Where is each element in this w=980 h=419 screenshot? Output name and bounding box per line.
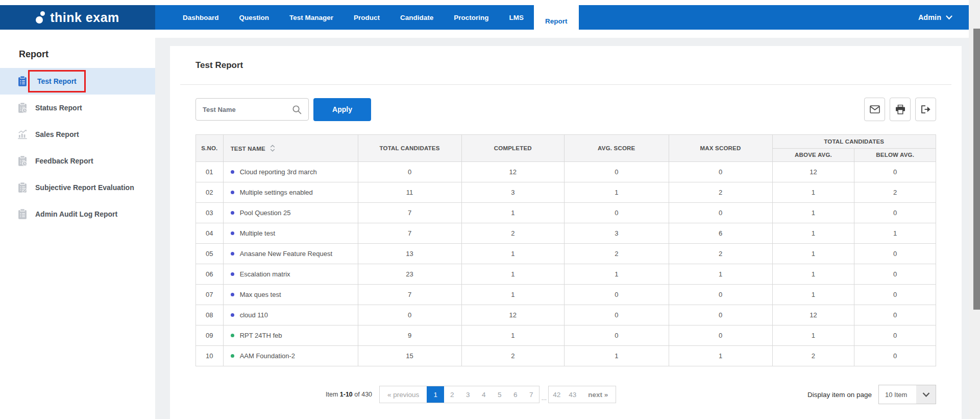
- cell-name[interactable]: RPT 24TH feb: [223, 325, 358, 346]
- clipboard-clock-icon: [17, 155, 28, 167]
- apply-button[interactable]: Apply: [313, 98, 371, 121]
- cell-max-scored: 1: [669, 264, 772, 285]
- page-button-5[interactable]: 5: [492, 386, 507, 403]
- status-dot-blue: [231, 252, 234, 255]
- cell-above-avg: 1: [772, 285, 854, 305]
- nav-item-lms[interactable]: LMS: [499, 5, 534, 30]
- cell-avg-score: 2: [565, 244, 669, 264]
- filter-row: Apply: [195, 98, 936, 121]
- sidebar-item-admin-audit-log-report[interactable]: Admin Audit Log Report: [0, 201, 155, 227]
- sidebar-item-label: Subjective Report Evaluation: [35, 183, 134, 192]
- nav-item-dashboard[interactable]: Dashboard: [173, 5, 229, 30]
- items-per-page-value: 10 Item: [879, 391, 916, 399]
- cell-name[interactable]: Anasane New Feature Request: [223, 244, 358, 264]
- pager: « previous1234567...4243next »: [379, 386, 616, 403]
- page-button-43[interactable]: 43: [565, 386, 580, 403]
- col-header-below-avg: BELOW AVG.: [854, 148, 936, 162]
- col-header-above-avg: ABOVE AVG.: [772, 148, 854, 162]
- cell-sno: 02: [196, 182, 224, 203]
- test-report-table: S.NO. TEST NAME TOTAL CANDIDATES COMPLET…: [195, 134, 936, 366]
- page-button-7[interactable]: 7: [523, 386, 539, 403]
- col-header-test-name[interactable]: TEST NAME: [223, 135, 358, 162]
- cell-max-scored: 0: [669, 162, 772, 182]
- cell-sno: 07: [196, 285, 224, 305]
- cell-above-avg: 1: [772, 203, 854, 223]
- nav-item-candidate[interactable]: Candidate: [390, 5, 444, 30]
- sidebar-item-sales-report[interactable]: Sales Report: [0, 121, 155, 148]
- search-input[interactable]: [203, 106, 292, 113]
- cell-name[interactable]: Max ques test: [223, 285, 358, 305]
- cell-below-avg: 1: [854, 223, 936, 244]
- table-row: 06Escalation matrix2311110: [196, 264, 936, 285]
- cell-below-avg: 0: [854, 346, 936, 366]
- clipboard-lines-icon: [17, 208, 28, 220]
- report-sidebar: Report Test ReportStatus ReportSales Rep…: [0, 38, 155, 419]
- vertical-scrollbar-thumb[interactable]: [973, 29, 980, 310]
- cell-max-scored: 1: [669, 346, 772, 366]
- chevron-down-icon: [922, 392, 930, 397]
- cell-sno: 09: [196, 325, 224, 346]
- sidebar-item-test-report[interactable]: Test Report: [0, 68, 155, 95]
- search-icon[interactable]: [292, 105, 302, 114]
- table-row: 04Multiple test723611: [196, 223, 936, 244]
- cell-name[interactable]: Multiple settings enabled: [223, 182, 358, 203]
- cell-below-avg: 0: [854, 264, 936, 285]
- cell-below-avg: 0: [854, 162, 936, 182]
- cell-name[interactable]: Multiple test: [223, 223, 358, 244]
- cell-total-candidates: 7: [358, 203, 461, 223]
- cell-above-avg: 1: [772, 264, 854, 285]
- sidebar-item-subjective-report-evaluation[interactable]: Subjective Report Evaluation: [0, 174, 155, 201]
- previous-page-button[interactable]: « previous: [380, 386, 427, 403]
- cell-completed: 3: [461, 182, 565, 203]
- export-button[interactable]: [915, 98, 936, 121]
- sidebar-item-feedback-report[interactable]: Feedback Report: [0, 148, 155, 174]
- summary-prefix: Item: [326, 391, 338, 398]
- test-name-search-box: [195, 98, 309, 121]
- table-row: 03Pool Question 25710010: [196, 203, 936, 223]
- email-button[interactable]: [864, 98, 885, 121]
- table-row: 05Anasane New Feature Request1312210: [196, 244, 936, 264]
- page-button-3[interactable]: 3: [460, 386, 476, 403]
- page-button-1[interactable]: 1: [427, 386, 444, 403]
- next-page-button[interactable]: next »: [580, 386, 616, 403]
- cell-avg-score: 0: [565, 285, 669, 305]
- col-header-total-candidates-group: TOTAL CANDIDATES: [772, 135, 936, 149]
- nav-item-question[interactable]: Question: [229, 5, 280, 30]
- admin-menu[interactable]: Admin: [918, 5, 969, 30]
- sidebar-items: Test ReportStatus ReportSales ReportFeed…: [0, 68, 155, 227]
- cell-name[interactable]: Cloud reporting 3rd march: [223, 162, 358, 182]
- page-button-6[interactable]: 6: [507, 386, 523, 403]
- cell-total-candidates: 23: [358, 264, 461, 285]
- status-dot-blue: [231, 170, 234, 174]
- table-row: 07Max ques test710010: [196, 285, 936, 305]
- summary-suffix: of 430: [354, 391, 372, 398]
- nav-item-report[interactable]: Report: [534, 5, 579, 37]
- table-row: 10AAM Foundation-21521120: [196, 346, 936, 366]
- main-nav: DashboardQuestionTest ManagerProductCand…: [173, 5, 579, 30]
- cell-name[interactable]: Pool Question 25: [223, 203, 358, 223]
- content-area: Report Test ReportStatus ReportSales Rep…: [0, 38, 969, 419]
- nav-item-proctoring[interactable]: Proctoring: [444, 5, 499, 30]
- cell-completed: 1: [461, 264, 565, 285]
- cell-above-avg: 1: [772, 244, 854, 264]
- cell-above-avg: 12: [772, 305, 854, 325]
- nav-item-product[interactable]: Product: [344, 5, 390, 30]
- page-button-4[interactable]: 4: [476, 386, 492, 403]
- items-per-page-select[interactable]: 10 Item: [878, 385, 936, 404]
- cell-avg-score: 0: [565, 203, 669, 223]
- cell-name[interactable]: AAM Foundation-2: [223, 346, 358, 366]
- cell-name[interactable]: Escalation matrix: [223, 264, 358, 285]
- logo[interactable]: think exam: [0, 5, 155, 30]
- print-button[interactable]: [890, 98, 911, 121]
- cell-name[interactable]: cloud 110: [223, 305, 358, 325]
- col-header-max-scored: MAX SCORED: [669, 135, 772, 162]
- cell-below-avg: 2: [854, 182, 936, 203]
- nav-item-test-manager[interactable]: Test Manager: [279, 5, 344, 30]
- sidebar-item-status-report[interactable]: Status Report: [0, 95, 155, 121]
- report-card: Test Report Apply: [170, 46, 962, 419]
- page-button-2[interactable]: 2: [444, 386, 460, 403]
- cell-max-scored: 0: [669, 203, 772, 223]
- vertical-scrollbar-track[interactable]: [969, 0, 980, 419]
- page-button-42[interactable]: 42: [549, 386, 565, 403]
- sort-icon[interactable]: [270, 145, 275, 152]
